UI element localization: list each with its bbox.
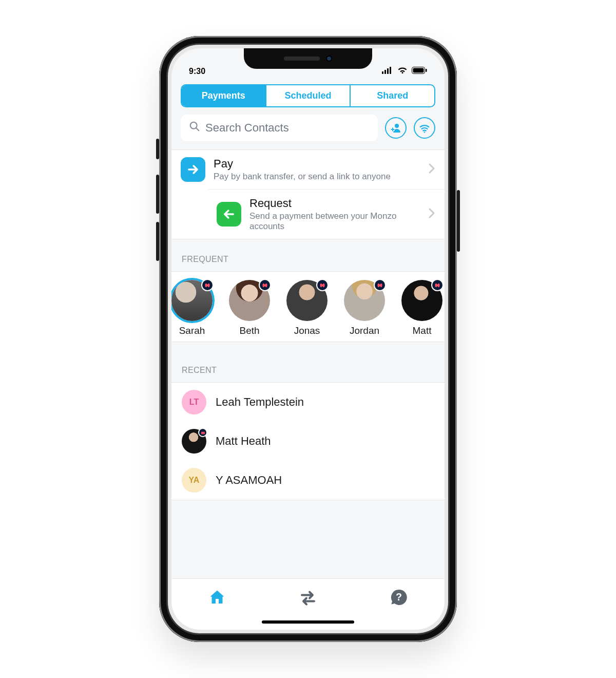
pay-row[interactable]: Pay Pay by bank transfer, or send a link…	[171, 150, 445, 189]
transfer-icon	[299, 588, 317, 607]
avatar	[401, 280, 442, 321]
home-icon	[208, 588, 226, 607]
tab-payments[interactable]: Payments	[182, 85, 266, 106]
monzo-badge-icon	[431, 279, 444, 291]
mute-switch	[156, 139, 159, 159]
frequent-contact[interactable]: Jordan	[336, 280, 393, 336]
tab-label: Scheduled	[284, 90, 331, 101]
chevron-right-icon	[428, 163, 435, 176]
tab-shared[interactable]: Shared	[351, 85, 434, 106]
frequent-contact[interactable]: Beth	[221, 280, 278, 336]
recent-contact[interactable]: YA Y ASAMOAH	[171, 461, 445, 500]
nearby-icon	[419, 122, 430, 134]
request-icon	[217, 202, 241, 227]
request-subtitle: Send a payment between your Monzo accoun…	[249, 211, 420, 232]
home-indicator[interactable]	[262, 620, 354, 624]
recent-name: Y ASAMOAH	[216, 474, 282, 487]
search-placeholder: Search Contacts	[205, 121, 289, 135]
svg-rect-6	[426, 69, 427, 72]
screen: 9:30 Payments Scheduled Shared	[171, 48, 445, 630]
request-row[interactable]: Request Send a payment between your Monz…	[208, 189, 445, 239]
notch	[244, 48, 372, 69]
monzo-badge-icon	[259, 279, 271, 291]
power-button	[457, 190, 460, 252]
segment-control: Payments Scheduled Shared	[181, 84, 435, 107]
add-contact-button[interactable]	[385, 117, 407, 139]
recent-list: LT Leah Templestein Matt Heath YA Y ASAM…	[171, 382, 445, 500]
volume-up-button	[156, 175, 159, 214]
nearby-button[interactable]	[414, 117, 435, 139]
avatar	[182, 429, 206, 454]
frequent-name: Sarah	[171, 325, 221, 336]
avatar	[229, 280, 270, 321]
search-input[interactable]: Search Contacts	[181, 115, 378, 141]
help-icon: ?	[390, 588, 408, 607]
earpiece	[284, 56, 320, 61]
frequent-name: Jordan	[336, 325, 393, 336]
monzo-badge-icon	[316, 279, 329, 291]
pay-subtitle: Pay by bank transfer, or send a link to …	[214, 172, 420, 182]
avatar	[344, 280, 385, 321]
avatar	[286, 280, 328, 321]
add-contact-icon	[390, 122, 402, 134]
recent-name: Matt Heath	[216, 435, 271, 448]
svg-point-9	[395, 124, 399, 128]
tab-scheduled[interactable]: Scheduled	[266, 85, 351, 106]
svg-text:?: ?	[396, 591, 402, 602]
frequent-name: Beth	[221, 325, 278, 336]
tab-help[interactable]: ?	[390, 588, 408, 609]
chevron-right-icon	[428, 208, 435, 221]
tab-home[interactable]	[208, 588, 226, 609]
pay-title: Pay	[214, 157, 420, 171]
recent-contact[interactable]: Matt Heath	[171, 422, 445, 461]
tab-transfer[interactable]	[299, 588, 317, 609]
cellular-icon	[382, 67, 393, 76]
frequent-contact[interactable]: Matt	[393, 280, 445, 336]
tab-label: Payments	[202, 90, 245, 101]
front-camera	[326, 55, 332, 62]
status-time: 9:30	[189, 67, 205, 76]
volume-down-button	[156, 222, 159, 261]
frequent-header: FREQUENT	[171, 239, 445, 271]
monzo-badge-icon	[201, 279, 214, 291]
recent-name: Leah Templestein	[216, 396, 304, 409]
phone-frame: 9:30 Payments Scheduled Shared	[159, 36, 457, 642]
avatar-initials: LT	[189, 398, 199, 407]
svg-rect-0	[382, 71, 383, 74]
avatar: LT	[182, 390, 206, 415]
svg-rect-2	[387, 68, 389, 74]
avatar	[171, 280, 213, 321]
actions-list: Pay Pay by bank transfer, or send a link…	[171, 149, 445, 239]
frequent-name: Jonas	[278, 325, 336, 336]
recent-contact[interactable]: LT Leah Templestein	[171, 383, 445, 422]
request-title: Request	[249, 197, 420, 210]
monzo-badge-icon	[198, 428, 207, 437]
search-icon	[189, 121, 200, 135]
avatar: YA	[182, 468, 206, 493]
tab-label: Shared	[377, 90, 408, 101]
pay-icon	[181, 157, 205, 182]
frequent-list[interactable]: Sarah Beth Jonas Jordan	[171, 271, 445, 342]
avatar-initials: YA	[189, 476, 200, 485]
recent-header: RECENT	[171, 342, 445, 382]
frequent-name: Matt	[393, 325, 445, 336]
wifi-icon	[397, 67, 408, 76]
frequent-contact[interactable]: Jonas	[278, 280, 336, 336]
svg-rect-3	[390, 67, 391, 74]
frequent-contact[interactable]: Sarah	[171, 280, 221, 336]
svg-point-11	[424, 131, 426, 133]
svg-line-8	[196, 128, 199, 130]
monzo-badge-icon	[374, 279, 386, 291]
svg-rect-5	[413, 68, 424, 73]
battery-icon	[412, 67, 427, 76]
svg-rect-1	[384, 70, 386, 74]
